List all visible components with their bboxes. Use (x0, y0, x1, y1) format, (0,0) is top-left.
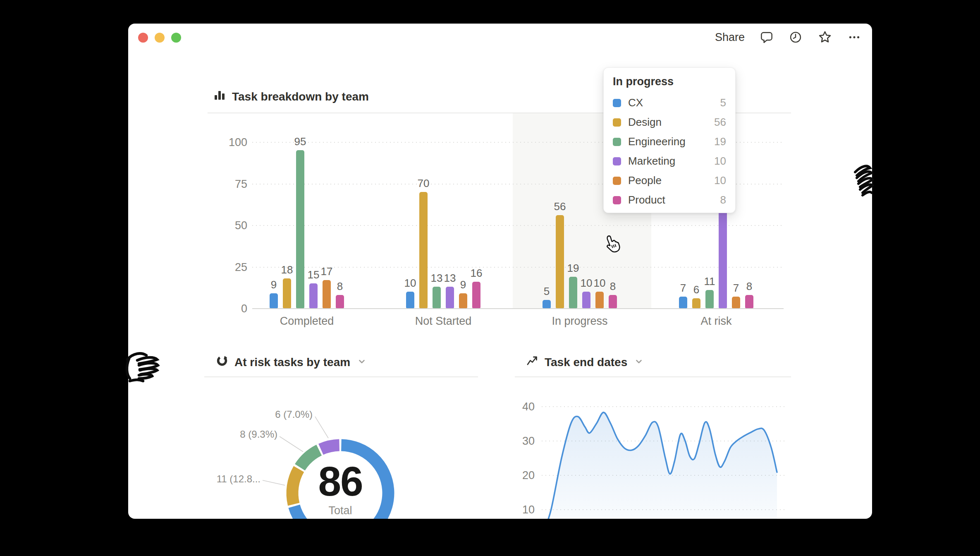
bar-value-label: 95 (287, 135, 313, 148)
tooltip-series-value: 10 (714, 174, 726, 187)
tooltip-series-label: People (628, 174, 707, 187)
x-axis-label: Completed (261, 315, 352, 328)
y-axis-tick: 100 (214, 136, 247, 149)
x-axis-label: At risk (671, 315, 762, 328)
tooltip-row: Marketing10 (613, 151, 726, 171)
bar-in-progress-people[interactable] (595, 292, 604, 308)
legend-swatch (613, 138, 621, 146)
bar-at-risk-people[interactable] (732, 297, 740, 308)
tooltip-series-label: Product (628, 194, 713, 206)
bar-value-label: 8 (736, 280, 762, 293)
legend-swatch (613, 118, 621, 127)
bar-at-risk-design[interactable] (692, 298, 700, 308)
bar-not-started-cx[interactable] (406, 292, 414, 308)
y-axis-tick: 20 (502, 469, 535, 482)
bar-not-started-people[interactable] (459, 293, 467, 308)
bar-at-risk-cx[interactable] (679, 297, 687, 308)
line-chart-icon (526, 355, 538, 370)
legend-swatch (613, 196, 621, 204)
line-chart-title-row[interactable]: Task end dates (526, 355, 643, 370)
tooltip-series-value: 10 (714, 155, 726, 168)
trend-area (544, 412, 777, 519)
tooltip-series-value: 56 (714, 116, 726, 129)
bar-not-started-design[interactable] (419, 192, 428, 308)
bar-in-progress-marketing[interactable] (582, 292, 590, 308)
bar-value-label: 17 (313, 265, 340, 278)
y-axis-tick: 40 (502, 400, 535, 413)
bar-at-risk-product[interactable] (745, 295, 753, 308)
donut-chart-title-row[interactable]: At risk tasks by team (216, 355, 366, 370)
tooltip-series-value: 5 (720, 96, 726, 109)
tooltip-series-value: 19 (714, 135, 726, 148)
bar-completed-cx[interactable] (270, 293, 278, 308)
y-axis-tick: 75 (214, 177, 247, 191)
donut-total-label: Total (295, 504, 386, 517)
bar-not-started-engineering[interactable] (433, 287, 441, 308)
bar-in-progress-product[interactable] (609, 295, 617, 308)
tooltip-row: Product8 (613, 190, 726, 210)
bar-completed-design[interactable] (283, 278, 291, 308)
donut-callout: 6 (7.0%) (222, 409, 313, 420)
bar-in-progress-cx[interactable] (543, 300, 551, 308)
donut-chart-icon (216, 355, 228, 370)
y-axis-tick: 0 (214, 302, 247, 315)
divider (515, 376, 791, 377)
y-axis-tick: 25 (214, 261, 247, 274)
tooltip-series-label: Engineering (628, 135, 707, 148)
area-chart (542, 379, 787, 519)
tooltip-series-value: 8 (720, 194, 726, 206)
bar-value-label: 56 (547, 200, 573, 213)
chevron-down-icon[interactable] (357, 356, 366, 369)
gridline (252, 308, 784, 309)
gridline (252, 225, 784, 226)
tooltip-row: Design56 (613, 113, 726, 132)
bar-completed-marketing[interactable] (309, 283, 318, 308)
donut-total-value: 86 (295, 460, 386, 502)
bar-value-label: 70 (410, 177, 437, 190)
divider (204, 376, 478, 377)
legend-swatch (613, 99, 621, 107)
tooltip-row: CX5 (613, 93, 726, 113)
chevron-down-icon[interactable] (634, 356, 643, 369)
y-axis-tick: 10 (502, 503, 535, 516)
donut-callout: 8 (9.3%) (186, 429, 277, 440)
bar-value-label: 8 (600, 280, 626, 293)
x-axis-label: Not Started (398, 315, 489, 328)
tooltip-series-label: CX (628, 96, 713, 109)
x-axis-label: In progress (534, 315, 625, 328)
chart-tooltip: In progress CX5Design56Engineering19Mark… (603, 67, 736, 213)
tooltip-row: People10 (613, 171, 726, 190)
tooltip-series-label: Design (628, 116, 707, 129)
chart-title: Task end dates (545, 356, 627, 369)
bar-value-label: 16 (463, 267, 490, 280)
bar-value-label: 19 (560, 262, 586, 275)
bar-value-label: 8 (327, 280, 353, 293)
y-axis-tick: 30 (502, 434, 535, 448)
tooltip-row: Engineering19 (613, 132, 726, 151)
chart-title: At risk tasks by team (234, 356, 350, 369)
bar-at-risk-engineering[interactable] (705, 290, 714, 308)
notion-window: Share Task breakdown (128, 24, 872, 519)
tooltip-title: In progress (613, 75, 726, 88)
y-axis-tick: 50 (214, 219, 247, 232)
bar-not-started-product[interactable] (472, 282, 480, 308)
bar-completed-engineering[interactable] (296, 150, 304, 308)
legend-swatch (613, 157, 621, 165)
tooltip-series-label: Marketing (628, 155, 707, 168)
legend-swatch (613, 177, 621, 185)
bar-completed-product[interactable] (336, 295, 344, 308)
donut-callout: 11 (12.8... (170, 473, 261, 485)
